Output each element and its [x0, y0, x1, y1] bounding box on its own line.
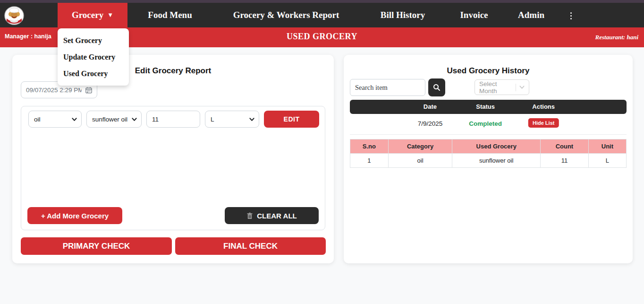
kebab-menu-icon[interactable] [568, 10, 574, 21]
menu-item-set-grocery[interactable]: Set Grocery [58, 32, 129, 49]
hide-list-button[interactable]: Hide List [528, 118, 559, 128]
count-input[interactable] [146, 111, 200, 128]
cell-category: oil [388, 154, 452, 168]
table-header-row: S.no Category Used Grocery Count Unit [350, 139, 627, 154]
top-navbar: Grocery ▼ Food Menu Grocery & Workers Re… [0, 3, 644, 27]
unit-select[interactable]: L [205, 111, 259, 128]
caret-down-icon: ▼ [107, 11, 113, 19]
header-date: Date [424, 103, 437, 110]
select-divider [516, 84, 516, 91]
nav-item-invoice[interactable]: Invoice [457, 3, 491, 27]
final-check-button[interactable]: FINAL CHECK [175, 237, 326, 255]
menu-item-update-grocery[interactable]: Update Grocery [58, 49, 129, 65]
cell-count: 11 [541, 154, 589, 168]
nav-item-label: Grocery [72, 10, 103, 20]
trash-icon [246, 212, 253, 219]
category-select-value: oil [34, 116, 41, 123]
month-select[interactable]: Select Month [475, 79, 529, 95]
edit-button[interactable]: EDIT [264, 111, 319, 128]
nav-item-admin[interactable]: Admin [516, 3, 547, 27]
clear-all-button[interactable]: CLEAR ALL [225, 207, 319, 224]
header-status: Status [476, 103, 495, 110]
cell-unit: L [588, 154, 626, 168]
search-button[interactable] [428, 78, 445, 96]
nav-item-bill-history[interactable]: Bill History [375, 3, 430, 27]
restaurant-logo[interactable] [4, 6, 25, 25]
category-select[interactable]: oil [28, 111, 82, 128]
th-used: Used Grocery [452, 139, 541, 154]
table-row: 1 oil sunflower oil 11 L [350, 154, 627, 168]
entry-status: Completed [469, 120, 502, 127]
unit-select-value: L [211, 116, 214, 123]
calendar-icon [85, 87, 92, 94]
nav-item-grocery-workers-report[interactable]: Grocery & Workers Report [223, 3, 349, 27]
month-select-placeholder: Select Month [479, 80, 512, 95]
edit-grocery-report-card: Edit Grocery Report oil sunflower oil [12, 55, 334, 263]
primary-check-button[interactable]: PRIMARY CHECK [21, 237, 172, 255]
nav-item-label: Food Menu [148, 10, 192, 20]
search-input[interactable] [350, 79, 425, 96]
entry-date: 7/9/2025 [418, 120, 443, 127]
grocery-dropdown-menu: Set Grocery Update Grocery Used Grocery [58, 28, 129, 86]
chevron-down-icon [249, 117, 254, 122]
header-actions: Actions [532, 103, 555, 110]
th-unit: Unit [588, 139, 626, 154]
chef-logo-icon [4, 6, 25, 25]
grocery-edit-row: oil sunflower oil L EDIT [28, 111, 319, 128]
used-grocery-history-card: Used Grocery History Select Month Date S… [344, 55, 633, 263]
chevron-down-icon [132, 117, 137, 122]
add-more-grocery-button[interactable]: + Add More Grocery [27, 207, 122, 224]
grocery-rows-panel: oil sunflower oil L EDIT + Add More Gro [21, 106, 325, 230]
nav-item-food-menu[interactable]: Food Menu [144, 3, 196, 27]
menu-item-used-grocery[interactable]: Used Grocery [58, 65, 129, 82]
history-entry-row: 7/9/2025 Completed Hide List [350, 114, 627, 134]
nav-item-label: Admin [518, 10, 544, 20]
history-title: Used Grocery History [344, 66, 633, 76]
cell-used: sunflower oil [452, 154, 541, 168]
clear-all-label: CLEAR ALL [257, 212, 297, 220]
th-category: Category [388, 139, 452, 154]
item-select-value: sunflower oil [92, 116, 127, 123]
datetime-input[interactable] [26, 87, 82, 94]
cell-sno: 1 [350, 154, 389, 168]
row-divider [350, 134, 627, 135]
nav-item-label: Bill History [381, 10, 425, 20]
nav-item-label: Grocery & Workers Report [233, 10, 339, 20]
chevron-down-icon [72, 117, 77, 122]
used-grocery-table: S.no Category Used Grocery Count Unit 1 … [350, 139, 627, 168]
nav-item-grocery[interactable]: Grocery ▼ [58, 3, 127, 27]
history-list-header: Date Status Actions [350, 100, 627, 114]
th-sno: S.no [350, 139, 389, 154]
restaurant-label: Restaurant: hani [595, 34, 638, 41]
nav-item-label: Invoice [460, 10, 488, 20]
th-count: Count [541, 139, 589, 154]
chevron-down-icon [519, 85, 525, 90]
search-icon [433, 84, 441, 91]
item-select[interactable]: sunflower oil [86, 111, 142, 128]
